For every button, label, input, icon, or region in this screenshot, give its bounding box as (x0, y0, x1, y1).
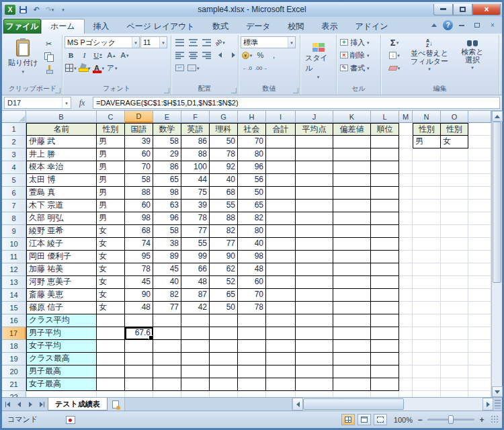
cell-F17[interactable] (181, 327, 210, 340)
tab-home[interactable]: ホーム (41, 19, 85, 34)
cell-K9[interactable] (333, 225, 371, 238)
cell-blank-9[interactable] (468, 225, 491, 238)
cell-I4[interactable] (266, 161, 296, 174)
cell-E22[interactable] (153, 391, 181, 397)
cell-L22[interactable] (371, 391, 399, 397)
cell-E8[interactable]: 96 (153, 212, 181, 225)
cell-K5[interactable] (333, 174, 371, 187)
cell-E20[interactable] (153, 366, 181, 378)
cell-K11[interactable] (333, 251, 371, 263)
cell-H7[interactable]: 65 (238, 200, 266, 212)
cell-H18[interactable] (238, 340, 266, 353)
cell-B19[interactable]: クラス最高 (26, 353, 97, 366)
workbook-minimize-button[interactable] (455, 20, 468, 31)
cell-M11[interactable] (399, 251, 413, 263)
cell-M1[interactable] (399, 123, 413, 136)
cell-L1[interactable]: 順位 (371, 123, 399, 136)
cell-L10[interactable] (371, 238, 399, 251)
font-color-button[interactable]: A▾ (92, 62, 106, 74)
cell-N16[interactable] (413, 314, 441, 327)
cell-B2[interactable]: 伊藤 武 (26, 136, 97, 148)
cell-L14[interactable] (371, 289, 399, 302)
cell-G11[interactable]: 90 (210, 251, 238, 263)
row-header-11[interactable]: 11 (2, 251, 26, 263)
orientation-button[interactable]: ab▾ (214, 36, 226, 48)
cell-I3[interactable] (266, 148, 296, 161)
cell-N2[interactable]: 男 (413, 136, 441, 148)
cell-I19[interactable] (266, 353, 296, 366)
cell-blank-17[interactable] (468, 327, 491, 340)
cell-J3[interactable] (296, 148, 333, 161)
cell-G14[interactable]: 65 (210, 289, 238, 302)
cell-I16[interactable] (266, 314, 296, 327)
workbook-restore-button[interactable] (470, 20, 484, 31)
cell-I11[interactable] (266, 251, 296, 263)
cell-E3[interactable]: 29 (153, 148, 181, 161)
col-header-L[interactable]: L (371, 111, 399, 123)
cell-C20[interactable] (97, 366, 125, 378)
cell-F12[interactable]: 66 (181, 263, 210, 276)
styles-button[interactable]: スタイル ▾ (302, 40, 334, 81)
align-left-button[interactable] (173, 49, 186, 61)
cell-J6[interactable] (296, 187, 333, 200)
cell-G16[interactable] (210, 314, 238, 327)
cell-J14[interactable] (296, 289, 333, 302)
cell-K19[interactable] (333, 353, 371, 366)
row-header-22[interactable]: 22 (2, 391, 26, 397)
cell-I12[interactable] (266, 263, 296, 276)
wrap-text-button[interactable]: ↩ (173, 62, 186, 74)
col-header-blank[interactable] (468, 111, 491, 123)
row-header-7[interactable]: 7 (2, 200, 26, 212)
cell-E18[interactable] (153, 340, 181, 353)
cell-L18[interactable] (371, 340, 399, 353)
merge-center-button[interactable]: ⇔▾ (187, 62, 200, 74)
cell-K20[interactable] (333, 366, 371, 378)
zoom-in-button[interactable]: + (477, 415, 487, 425)
scroll-left-button[interactable] (292, 398, 303, 411)
cell-F5[interactable]: 44 (181, 174, 210, 187)
cell-J15[interactable] (296, 302, 333, 314)
underline-button[interactable]: U▾ (91, 49, 104, 61)
cell-M12[interactable] (399, 263, 413, 276)
row-header-6[interactable]: 6 (2, 187, 26, 200)
row-header-4[interactable]: 4 (2, 161, 26, 174)
cell-C5[interactable]: 男 (97, 174, 125, 187)
italic-button[interactable]: I (78, 49, 91, 61)
cell-M14[interactable] (399, 289, 413, 302)
delete-cells-button[interactable]: ×削除▾ (339, 49, 378, 61)
cell-G7[interactable]: 55 (210, 200, 238, 212)
row-header-15[interactable]: 15 (2, 302, 26, 314)
cell-G9[interactable]: 82 (210, 225, 238, 238)
cell-I13[interactable] (266, 276, 296, 289)
col-header-H[interactable]: H (238, 111, 266, 123)
cell-N14[interactable] (413, 289, 441, 302)
find-select-button[interactable]: 検索と選択 ▾ (453, 36, 492, 85)
cell-J16[interactable] (296, 314, 333, 327)
cell-F14[interactable]: 87 (181, 289, 210, 302)
cell-O19[interactable] (441, 353, 468, 366)
cell-J7[interactable] (296, 200, 333, 212)
cell-F7[interactable]: 39 (181, 200, 210, 212)
cell-blank-2[interactable] (468, 136, 491, 148)
cell-H8[interactable]: 82 (238, 212, 266, 225)
cell-E19[interactable] (153, 353, 181, 366)
cell-B14[interactable]: 斎藤 美恵 (26, 289, 97, 302)
cell-L16[interactable] (371, 314, 399, 327)
cell-K16[interactable] (333, 314, 371, 327)
cell-J9[interactable] (296, 225, 333, 238)
cell-D15[interactable]: 48 (125, 302, 153, 314)
cell-N5[interactable] (413, 174, 441, 187)
view-page-layout-button[interactable] (358, 414, 371, 425)
cell-I5[interactable] (266, 174, 296, 187)
help-button[interactable]: ? (443, 20, 453, 30)
cell-B18[interactable]: 女子平均 (26, 340, 97, 353)
col-header-D[interactable]: D (125, 111, 153, 123)
cell-C8[interactable]: 男 (97, 212, 125, 225)
cell-H6[interactable]: 50 (238, 187, 266, 200)
row-header-10[interactable]: 10 (2, 238, 26, 251)
macro-record-button[interactable] (66, 416, 75, 424)
cell-J19[interactable] (296, 353, 333, 366)
cell-H3[interactable]: 80 (238, 148, 266, 161)
sort-filter-button[interactable]: AZ↓ 並べ替えとフィルター ▾ (406, 36, 453, 85)
cell-E6[interactable]: 98 (153, 187, 181, 200)
